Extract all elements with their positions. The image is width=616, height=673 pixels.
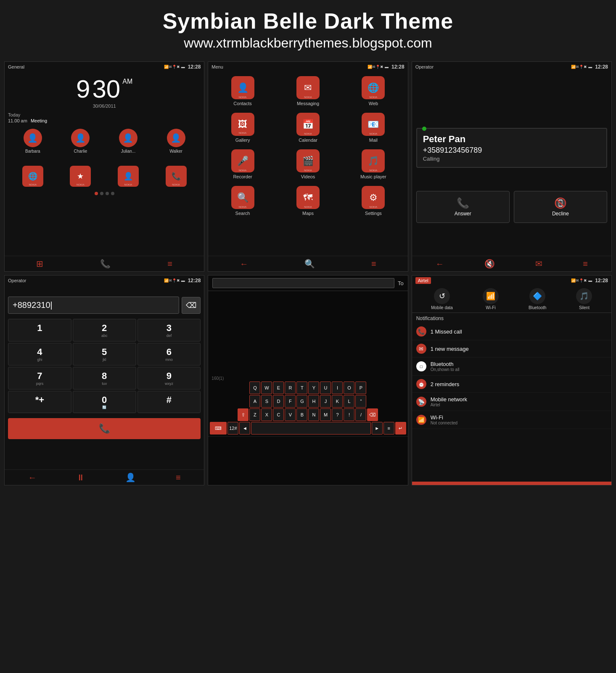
kb-v[interactable]: V [285,408,296,421]
kb-p[interactable]: P [355,382,366,394]
kb-c[interactable]: C [273,408,284,421]
kb-a[interactable]: A [249,395,260,408]
notif-new-message[interactable]: ✉ 1 new message [412,340,611,358]
kb-slash[interactable]: / [355,408,366,421]
kb-shift[interactable]: ⇧ [238,408,249,421]
dial-key-5[interactable]: 5 jkl [73,343,136,366]
home-app-web[interactable]: 🌐 NOKIA [22,166,43,187]
dial-key-3[interactable]: 3 def [137,319,201,342]
kb-l[interactable]: L [344,395,354,408]
menu-videos[interactable]: 🎬NOKIA Videos [276,147,340,182]
contact-barbara[interactable]: 👤 Barbara [24,129,42,154]
dialpad-delete-button[interactable]: ⌫ [182,297,201,314]
kb-backspace[interactable]: ⌫ [367,408,378,421]
kb-y[interactable]: Y [308,382,319,394]
kb-exclaim[interactable]: ! [344,408,354,421]
nav-pause-icon-4[interactable]: ⏸ [77,473,85,482]
kb-i[interactable]: I [332,382,343,394]
kb-b[interactable]: B [296,408,307,421]
qs-silent[interactable]: 🎵 Silent [576,288,592,310]
menu-web[interactable]: 🌐NOKIA Web [341,74,405,109]
kb-u[interactable]: U [320,382,331,394]
menu-calendar[interactable]: 📅NOKIA Calendar [276,110,340,145]
notif-reminders[interactable]: ⏰ 2 reminders [412,376,611,393]
answer-button[interactable]: 📞 Answer [416,191,510,223]
kb-right[interactable]: ► [372,422,383,435]
nav-call-icon[interactable]: 📞 [100,259,111,269]
contact-charlie[interactable]: 👤 Charlie [71,129,90,154]
dial-key-8[interactable]: 8 tuv [73,367,136,389]
kb-z[interactable]: Z [249,408,260,421]
notif-missed-call[interactable]: 📞 1 Missed call [412,323,611,340]
contact-walker[interactable]: 👤 Walker [167,129,185,154]
nav-back-icon-4[interactable]: ← [28,473,37,482]
nav-msg-icon-3[interactable]: ✉ [535,259,542,269]
kb-h[interactable]: H [308,395,319,408]
home-app-3[interactable]: 👤 NOKIA [118,166,139,187]
nav-contacts-icon-4[interactable]: 👤 [125,472,136,482]
menu-search[interactable]: 🔍NOKIA Search [211,183,274,218]
kb-space[interactable] [251,422,370,435]
kb-question[interactable]: ? [332,408,343,421]
to-input-area[interactable] [212,278,394,288]
kb-g[interactable]: G [296,395,307,408]
home-app-2[interactable]: ★ NOKIA [70,166,91,187]
nav-search-icon-2[interactable]: 🔍 [304,259,315,269]
contact-julian[interactable]: 👤 Julian... [119,129,137,154]
menu-settings[interactable]: ⚙NOKIA Settings [341,183,405,218]
dial-key-hash[interactable]: # [137,391,201,413]
kb-o[interactable]: O [344,382,354,394]
kb-w[interactable]: W [261,382,272,394]
nav-menu-icon-2[interactable]: ≡ [371,259,376,269]
nav-grid-icon[interactable]: ⊞ [36,259,43,269]
qs-bluetooth[interactable]: 🔷 Bluetooth [529,288,546,310]
dial-key-star[interactable]: *+ [8,391,71,413]
menu-music[interactable]: 🎵NOKIA Music player [341,147,405,182]
dial-key-1[interactable]: 1 [8,319,71,342]
kb-q[interactable]: Q [249,382,260,394]
kb-j[interactable]: J [320,395,331,408]
kb-r[interactable]: R [285,382,296,394]
menu-messaging[interactable]: ✉NOKIA Messaging [276,74,340,109]
menu-contacts[interactable]: 👤NOKIA Contacts [211,74,274,109]
kb-e[interactable]: E [273,382,284,394]
notif-mobile-network[interactable]: 📡 Mobile network Airtel [412,393,611,411]
qs-mobile-data[interactable]: ↺ Mobile data [431,288,453,310]
menu-recorder[interactable]: 🎤NOKIA Recorder [211,147,274,182]
nav-back-icon-3[interactable]: ← [436,259,444,269]
dial-key-7[interactable]: 7 pqrs [8,367,71,389]
menu-maps[interactable]: 🗺NOKIA Maps [276,183,340,218]
kb-num[interactable]: 12# [227,422,238,435]
kb-quote[interactable]: " [355,395,366,408]
menu-mail[interactable]: 📧NOKIA Mail [341,110,405,145]
dial-key-6[interactable]: 6 mno [137,343,201,366]
dial-key-0[interactable]: 0 🔄 [73,391,136,413]
qs-wifi[interactable]: 📶 Wi-Fi [483,288,499,310]
kb-left[interactable]: ◄ [239,422,250,435]
home-app-4[interactable]: 📞 NOKIA [166,166,187,187]
decline-button[interactable]: 📵 Decline [514,191,607,223]
kb-x[interactable]: X [261,408,272,421]
dial-key-4[interactable]: 4 ghi [8,343,71,366]
nav-menu-icon[interactable]: ≡ [167,259,172,269]
nav-menu-icon-4[interactable]: ≡ [176,473,181,482]
kb-f[interactable]: F [285,395,296,408]
nav-back-icon-2[interactable]: ← [240,259,248,269]
nav-mute-icon-3[interactable]: 🔇 [484,259,495,269]
menu-gallery[interactable]: 🖼NOKIA Gallery [211,110,274,145]
kb-s[interactable]: S [261,395,272,408]
dial-key-2[interactable]: 2 abc [73,319,136,342]
call-action-button[interactable]: 📞 [8,418,201,439]
message-body[interactable] [208,291,407,375]
kb-k[interactable]: K [332,395,343,408]
dial-key-9[interactable]: 9 wxyz [137,367,201,389]
kb-d[interactable]: D [273,395,284,408]
notif-wifi[interactable]: 📶 Wi-Fi Not connected [412,411,611,429]
kb-list[interactable]: ≡ [383,422,394,435]
kb-enter[interactable]: ↵ [395,422,406,435]
dialpad-display[interactable]: +8892310| [8,297,179,314]
kb-t[interactable]: T [296,382,307,394]
notif-bluetooth[interactable]: □ Bluetooth On,shown to all [412,358,611,376]
kb-m[interactable]: M [320,408,331,421]
kb-n[interactable]: N [308,408,319,421]
